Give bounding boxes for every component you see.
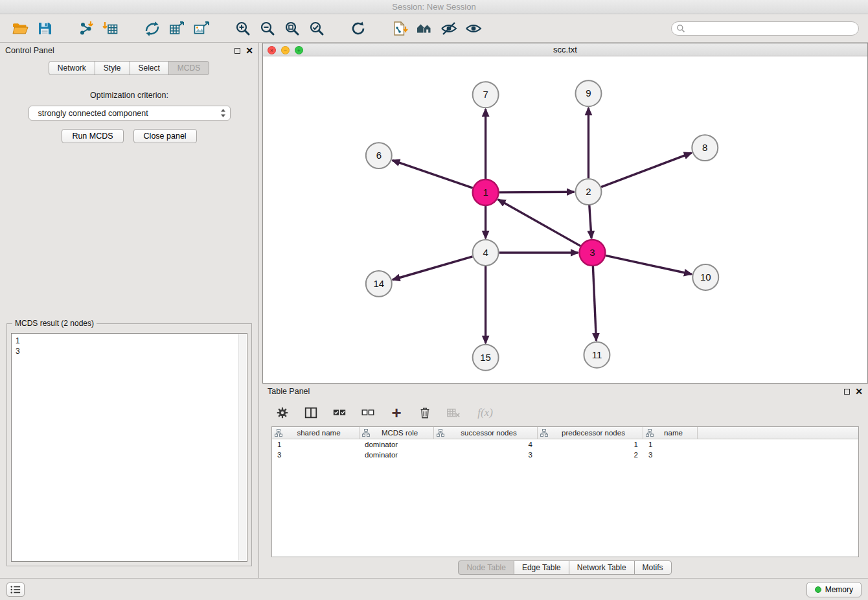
- graph-node-2[interactable]: 2: [575, 179, 601, 205]
- tab-motifs[interactable]: Motifs: [634, 560, 672, 575]
- import-table-icon[interactable]: [98, 17, 123, 40]
- delete-column-icon[interactable]: [417, 404, 433, 421]
- table-cell[interactable]: 3: [434, 450, 538, 460]
- table-cell[interactable]: dominator: [360, 439, 434, 450]
- hide-selected-icon[interactable]: [437, 17, 461, 40]
- graph-edge-2-8[interactable]: [601, 153, 692, 187]
- result-scrollbar[interactable]: [238, 334, 246, 560]
- column-header-successor-nodes[interactable]: successor nodes: [434, 427, 538, 439]
- zoom-fit-icon[interactable]: [280, 17, 304, 40]
- table-row[interactable]: 3dominator323: [272, 450, 858, 460]
- graph-node-15[interactable]: 15: [473, 345, 499, 371]
- minimize-window-icon[interactable]: −: [281, 46, 290, 54]
- column-type-icon: [362, 429, 370, 437]
- svg-text:2: 2: [586, 186, 591, 197]
- close-panel-button[interactable]: Close panel: [133, 129, 197, 143]
- column-header-name[interactable]: name: [643, 427, 698, 439]
- graph-edge-3-11[interactable]: [593, 266, 596, 341]
- graph-node-1[interactable]: 1: [473, 179, 499, 205]
- close-panel-icon[interactable]: ✕: [246, 47, 253, 54]
- tab-node-table[interactable]: Node Table: [458, 560, 514, 575]
- graph-edge-2-3[interactable]: [589, 205, 591, 238]
- new-network-from-selection-icon[interactable]: [387, 17, 412, 40]
- tab-edge-table[interactable]: Edge Table: [514, 560, 569, 575]
- delete-table-icon[interactable]: [445, 404, 462, 421]
- memory-status-icon: [815, 586, 821, 593]
- run-mcds-button[interactable]: Run MCDS: [62, 129, 123, 143]
- float-table-panel-icon[interactable]: [844, 389, 850, 395]
- column-header-MCDS-role[interactable]: MCDS role: [360, 427, 434, 439]
- graph-node-4[interactable]: 4: [473, 240, 499, 266]
- graph-node-10[interactable]: 10: [692, 264, 718, 290]
- close-table-panel-icon[interactable]: ✕: [855, 388, 863, 395]
- save-session-icon[interactable]: [32, 17, 57, 40]
- result-line: 1: [16, 336, 243, 346]
- table-cell[interactable]: 2: [538, 450, 643, 460]
- column-header-predecessor-nodes[interactable]: predecessor nodes: [538, 427, 643, 439]
- graph-edge-3-10[interactable]: [606, 255, 692, 274]
- svg-text:6: 6: [376, 150, 382, 161]
- import-network-icon[interactable]: [74, 17, 98, 40]
- column-type-icon: [275, 429, 282, 437]
- graph-edge-4-14[interactable]: [393, 257, 473, 280]
- table-panel-header: Table Panel ✕: [262, 384, 868, 399]
- graph-node-11[interactable]: 11: [584, 342, 610, 368]
- tab-network-table[interactable]: Network Table: [569, 560, 635, 575]
- table-cell[interactable]: 3: [272, 450, 360, 460]
- column-layout-icon[interactable]: [303, 404, 319, 421]
- settings-gear-icon[interactable]: [274, 404, 291, 421]
- zoom-in-icon[interactable]: [231, 17, 255, 40]
- search-input[interactable]: [671, 21, 859, 36]
- main-content: Control Panel ✕ NetworkStyleSelectMCDS O…: [0, 43, 868, 578]
- select-all-columns-icon[interactable]: [331, 404, 348, 421]
- refresh-icon[interactable]: [346, 17, 371, 40]
- show-all-icon[interactable]: [461, 17, 486, 40]
- table-cell[interactable]: 3: [643, 450, 698, 460]
- table-cell[interactable]: 1: [643, 439, 698, 450]
- export-image-icon[interactable]: [189, 17, 214, 40]
- titlebar: Session: New Session: [0, 0, 868, 14]
- function-builder-icon[interactable]: f(x): [474, 404, 497, 421]
- node-table: shared nameMCDS rolesuccessor nodesprede…: [271, 426, 859, 557]
- table-cell[interactable]: 1: [272, 439, 360, 450]
- maximize-window-icon[interactable]: +: [295, 46, 303, 54]
- graph-node-3[interactable]: 3: [579, 240, 605, 266]
- tab-style[interactable]: Style: [95, 61, 130, 75]
- control-panel: Control Panel ✕ NetworkStyleSelectMCDS O…: [0, 43, 259, 578]
- tab-network[interactable]: Network: [49, 61, 95, 75]
- svg-text:4: 4: [483, 247, 488, 258]
- zoom-selected-icon[interactable]: [304, 17, 329, 40]
- mcds-result-list[interactable]: 13: [11, 333, 247, 562]
- graph-node-7[interactable]: 7: [473, 82, 499, 108]
- fx-label: f(x): [477, 406, 493, 419]
- graph-node-14[interactable]: 14: [366, 271, 392, 297]
- graph-node-6[interactable]: 6: [366, 143, 392, 168]
- tab-select[interactable]: Select: [130, 61, 169, 75]
- graph-node-9[interactable]: 9: [575, 80, 601, 106]
- tab-mcds[interactable]: MCDS: [168, 61, 209, 75]
- table-cell[interactable]: 4: [434, 439, 538, 450]
- graph-edge-3-1[interactable]: [498, 200, 580, 246]
- network-window-title: scc.txt: [553, 45, 577, 54]
- table-panel-title: Table Panel: [268, 387, 310, 396]
- column-header-shared-name[interactable]: shared name: [272, 427, 360, 439]
- table-cell[interactable]: dominator: [360, 450, 434, 460]
- graph-node-8[interactable]: 8: [692, 135, 718, 161]
- graph-edge-1-6[interactable]: [393, 160, 473, 188]
- export-network-icon[interactable]: [140, 17, 165, 40]
- first-neighbors-icon[interactable]: [412, 17, 437, 40]
- float-panel-icon[interactable]: [234, 48, 240, 54]
- zoom-out-icon[interactable]: [255, 17, 280, 40]
- graph-edge-1-2[interactable]: [499, 192, 575, 192]
- close-window-icon[interactable]: ×: [268, 46, 276, 54]
- table-row[interactable]: 1dominator411: [272, 439, 858, 450]
- table-cell[interactable]: 1: [538, 439, 643, 450]
- deselect-all-columns-icon[interactable]: [360, 404, 376, 421]
- memory-button[interactable]: Memory: [806, 582, 862, 597]
- network-canvas[interactable]: 7968124314101511: [263, 56, 867, 383]
- open-session-icon[interactable]: [8, 17, 32, 40]
- task-history-button[interactable]: [6, 583, 25, 597]
- export-table-icon[interactable]: [165, 17, 189, 40]
- add-column-icon[interactable]: +: [388, 404, 405, 421]
- criterion-dropdown[interactable]: strongly connected component: [29, 106, 231, 121]
